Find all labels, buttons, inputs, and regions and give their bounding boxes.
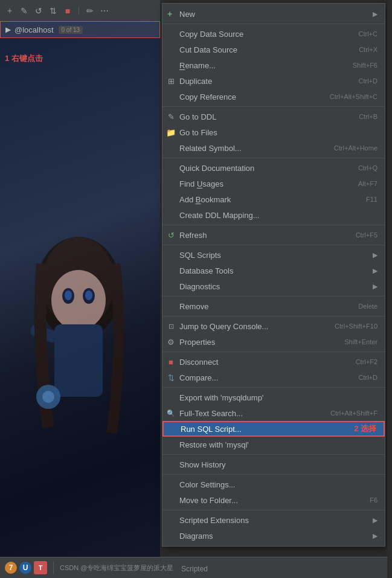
remove-label: Remove — [179, 302, 208, 311]
copy-data-source-shortcut: Ctrl+C — [359, 30, 378, 37]
full-text-search-label: Full-Text Search... — [179, 409, 243, 418]
refresh-shortcut: Ctrl+F5 — [356, 231, 378, 239]
menu-item-diagrams[interactable]: Diagrams ▶ — [162, 528, 385, 544]
menu-item-create-ddl-mapping[interactable]: Create DDL Mapping... — [162, 207, 385, 223]
jump-query-shortcut: Ctrl+Shift+F10 — [335, 323, 378, 330]
scripted-extensions-arrow: ▶ — [373, 516, 378, 524]
menu-item-remove[interactable]: Remove Delete — [162, 298, 385, 314]
separator-4 — [162, 245, 385, 245]
menu-item-full-text-search[interactable]: 🔍 Full-Text Search... Ctrl+Alt+Shift+F — [162, 405, 385, 421]
menu-item-sql-scripts[interactable]: SQL Scripts ▶ — [162, 247, 385, 263]
cut-data-source-shortcut: Ctrl+X — [359, 46, 378, 53]
menu-item-duplicate[interactable]: ⊞ Duplicate Ctrl+D — [162, 73, 385, 89]
separator-2 — [162, 158, 385, 158]
diagrams-arrow: ▶ — [373, 532, 378, 540]
copy-data-source-label: Copy Data Source — [179, 30, 243, 39]
copy-reference-label: Copy Reference — [179, 92, 236, 101]
rename-shortcut: Shift+F6 — [353, 62, 378, 69]
menu-item-move-to-folder[interactable]: Move to Folder... F6 — [162, 492, 385, 508]
move-to-folder-label: Move to Folder... — [179, 496, 238, 505]
query-console-icon: ⊡ — [166, 321, 176, 331]
menu-item-cut-data-source[interactable]: Cut Data Source Ctrl+X — [162, 42, 385, 57]
database-tools-label: Database Tools — [179, 266, 233, 275]
separator-3 — [162, 225, 385, 225]
menu-item-properties[interactable]: ⚙ Properties Shift+Enter — [162, 334, 385, 350]
disconnect-label: Disconnect — [179, 358, 218, 367]
menu-item-scripted-extensions[interactable]: Scripted Extensions ▶ — [162, 512, 385, 528]
status-icon-red[interactable]: T — [34, 561, 47, 574]
scripted-extensions-label: Scripted Extensions — [179, 516, 249, 525]
csdn-text: CSDN @专吃海绵宝宝菠萝屋的派大星 — [60, 564, 173, 573]
status-icon-orange[interactable]: 7 — [5, 562, 17, 574]
menu-item-compare[interactable]: ⇅ Compare... Ctrl+D — [162, 370, 385, 385]
related-symbol-label: Related Symbol... — [179, 144, 242, 153]
move-to-folder-shortcut: F6 — [370, 496, 378, 504]
go-ddl-icon: ✎ — [166, 112, 176, 121]
status-separator — [53, 562, 54, 574]
duplicate-icon: ⊞ — [166, 76, 176, 86]
annotation-select: 2 选择 — [354, 423, 376, 434]
menu-item-go-to-ddl[interactable]: ✎ Go to DDL Ctrl+B — [162, 109, 385, 124]
menu-item-rename[interactable]: Rename... Shift+F6 — [162, 57, 385, 73]
related-symbol-shortcut: Ctrl+Alt+Home — [334, 144, 378, 152]
toolbar: ＋ ✎ ↺ ⇅ ■ ✏ ⋯ — [0, 0, 160, 21]
status-icon-blue[interactable]: U — [19, 562, 31, 574]
add-icon[interactable]: ＋ — [5, 6, 14, 16]
go-files-label: Go to Files — [179, 128, 217, 137]
separator-8 — [162, 387, 385, 388]
sort-icon[interactable]: ⇅ — [48, 6, 58, 16]
new-plus-icon: + — [167, 9, 172, 19]
menu-item-restore-mysql[interactable]: Restore with 'mysql' — [162, 437, 385, 452]
menu-item-find-usages[interactable]: Find Usages Alt+F7 — [162, 176, 385, 191]
menu-item-refresh[interactable]: ↺ Refresh Ctrl+F5 — [162, 227, 385, 243]
sql-scripts-label: SQL Scripts — [179, 251, 221, 260]
separator-11 — [162, 510, 385, 510]
tree-item-badge: 0 of 13 — [59, 26, 83, 34]
separator-0 — [162, 24, 385, 24]
toolbar-separator — [79, 7, 79, 15]
menu-item-new[interactable]: + New ▶ — [162, 6, 385, 22]
show-history-label: Show History — [179, 460, 226, 469]
disconnect-icon: ■ — [166, 357, 176, 367]
menu-item-diagnostics[interactable]: Diagnostics ▶ — [162, 278, 385, 294]
menu-item-copy-data-source[interactable]: Copy Data Source Ctrl+C — [162, 26, 385, 42]
menu-new-label: New — [179, 10, 195, 19]
separator-10 — [162, 474, 385, 475]
more-icon[interactable]: ⋯ — [100, 6, 109, 16]
menu-item-add-bookmark[interactable]: Add Bookmark F11 — [162, 191, 385, 207]
separator-7 — [162, 352, 385, 352]
menu-item-color-settings[interactable]: Color Settings... — [162, 477, 385, 492]
tree-item-localhost[interactable]: ▶ @localhost 0 of 13 — [0, 21, 160, 38]
compare-shortcut: Ctrl+D — [359, 374, 378, 381]
menu-item-disconnect[interactable]: ■ Disconnect Ctrl+F2 — [162, 354, 385, 370]
menu-item-run-sql-script[interactable]: Run SQL Script... 2 选择 — [162, 421, 385, 437]
menu-item-jump-query-console[interactable]: ⊡ Jump to Query Console... Ctrl+Shift+F1… — [162, 318, 385, 334]
separator-6 — [162, 316, 385, 316]
color-settings-label: Color Settings... — [179, 480, 236, 489]
refresh-icon[interactable]: ↺ — [34, 6, 43, 16]
stop-icon[interactable]: ■ — [63, 6, 72, 16]
context-menu: + New ▶ Copy Data Source Ctrl+C Cut Data… — [162, 3, 385, 547]
menu-item-related-symbol[interactable]: Related Symbol... Ctrl+Alt+Home — [162, 140, 385, 156]
menu-item-export-mysqldump[interactable]: Export with 'mysqldump' — [162, 390, 385, 405]
menu-item-go-to-files[interactable]: 📁 Go to Files — [162, 124, 385, 140]
search-icon: 🔍 — [166, 408, 176, 418]
tree-expand-icon: ▶ — [5, 25, 11, 34]
create-ddl-label: Create DDL Mapping... — [179, 211, 259, 220]
menu-item-database-tools[interactable]: Database Tools ▶ — [162, 263, 385, 278]
find-usages-shortcut: Alt+F7 — [358, 180, 378, 187]
edit-icon[interactable]: ✎ — [19, 6, 29, 16]
quick-doc-label: Quick Documentation — [179, 164, 254, 173]
restore-mysql-label: Restore with 'mysql' — [179, 440, 249, 449]
pen-icon[interactable]: ✏ — [85, 6, 95, 16]
go-files-icon: 📁 — [166, 127, 176, 137]
menu-item-show-history[interactable]: Show History — [162, 457, 385, 472]
annotation-right-click: 1 右键点击 — [5, 53, 43, 64]
diagnostics-label: Diagnostics — [179, 282, 220, 291]
scrollbar-right[interactable] — [387, 0, 392, 578]
rename-label: Rename... — [179, 61, 216, 70]
menu-item-quick-doc[interactable]: Quick Documentation Ctrl+Q — [162, 160, 385, 176]
disconnect-shortcut: Ctrl+F2 — [356, 358, 378, 365]
go-ddl-label: Go to DDL — [179, 112, 216, 121]
menu-item-copy-reference[interactable]: Copy Reference Ctrl+Alt+Shift+C — [162, 89, 385, 104]
